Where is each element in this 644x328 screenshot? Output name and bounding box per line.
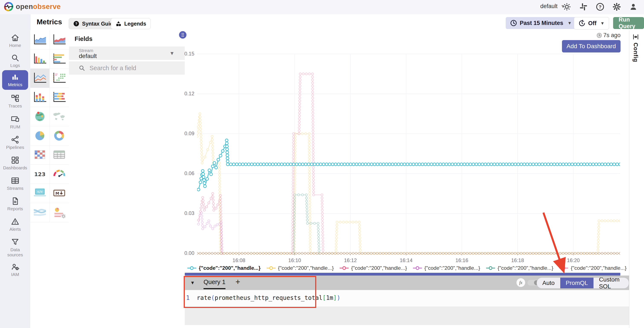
sidebar-item-alerts[interactable]: Alerts	[0, 217, 30, 232]
sidebar-item-label: Logs	[10, 63, 20, 68]
sidebar-item-rum[interactable]: RUM	[0, 115, 30, 129]
legend-item[interactable]: {"code":"200","handle...}	[266, 265, 334, 271]
top-bar-icons: ?	[562, 2, 638, 12]
sidebar-item-metrics[interactable]: Metrics	[2, 70, 28, 90]
legend-item[interactable]: {"code":"200","handle...}	[486, 265, 553, 271]
organization-selector[interactable]: default ▼	[540, 3, 565, 10]
function-toggle-group: fx	[516, 278, 539, 287]
query-mode-custom-sql[interactable]: Custom SQL	[594, 278, 629, 288]
chart-type-metric-text[interactable]: 123	[30, 165, 50, 184]
chart-type-html-chart[interactable]: </>	[30, 184, 50, 203]
legend-item[interactable]: {"code":"200","handle...}	[412, 265, 480, 271]
promql-query-text[interactable]: rate(prometheus_http_requests_total[1m])	[197, 294, 340, 301]
chart-type-donut[interactable]	[50, 126, 69, 145]
chart-type-pie[interactable]	[30, 126, 50, 145]
sidebar-item-home[interactable]: Home	[0, 33, 30, 48]
chart-type-heatmap[interactable]	[30, 145, 50, 165]
auto-refresh-selector[interactable]: Off ▼	[574, 17, 609, 30]
add-query-button[interactable]: +	[236, 277, 240, 286]
stream-select-label: Stream	[79, 48, 93, 53]
query-collapse-caret[interactable]: ▾	[191, 279, 194, 286]
config-sidebar: Config	[629, 30, 644, 328]
sidebar-item-label: Reports	[7, 206, 23, 211]
x-axis-label: 16:20	[562, 257, 585, 263]
chevron-down-icon: ▼	[600, 21, 604, 26]
query-tab[interactable]: Query 1	[204, 278, 226, 289]
metrics-line-chart[interactable]	[197, 51, 620, 256]
area-stacked-icon	[52, 33, 67, 47]
fields-panel-title: Fields	[74, 35, 92, 43]
chart-legend: {"code":"200","handle...}{"code":"200","…	[187, 264, 613, 272]
svg-text:?: ?	[598, 4, 602, 10]
chart-type-custom-chart[interactable]	[50, 203, 69, 222]
legend-marker-icon	[412, 266, 422, 270]
horizontal-scrollbar[interactable]	[185, 273, 620, 275]
sidebar-item-iam[interactable]: IAM	[0, 262, 30, 277]
chart-type-sankey[interactable]	[30, 203, 50, 222]
config-tab[interactable]: Config	[632, 34, 639, 62]
bottom-strip	[185, 307, 629, 325]
legend-item-label: {"code":"200","handle...}	[278, 265, 334, 271]
config-tab-label: Config	[632, 43, 639, 62]
query-editor[interactable]: 1 rate(prometheus_http_requests_total[1m…	[185, 290, 629, 307]
y-axis-label: 0.00	[175, 250, 194, 256]
legend-item[interactable]: {"code":"200","handle...}	[559, 265, 626, 271]
help-icon[interactable]: ?	[596, 2, 605, 12]
markdown-icon: M	[52, 187, 67, 200]
chart-type-stacked-bar[interactable]	[30, 88, 50, 107]
table-icon	[52, 148, 67, 162]
sidebar-item-pipelines[interactable]: Pipelines	[0, 135, 30, 150]
x-axis-label: 16:14	[394, 257, 418, 263]
sidebar-item-traces[interactable]: Traces	[0, 94, 30, 109]
logs-icon	[10, 53, 20, 63]
query-mode-segmented-control: AutoPromQLCustom SQL	[536, 277, 629, 288]
theme-light-icon[interactable]	[562, 2, 572, 12]
field-search-input[interactable]	[89, 64, 171, 72]
add-to-dashboard-button[interactable]: Add To Dashboard	[562, 40, 620, 53]
scatter-icon	[52, 72, 67, 85]
legend-marker-icon	[559, 266, 568, 270]
time-range-selector[interactable]: Past 15 Minutes ▼	[506, 17, 576, 29]
left-nav-sidebar: HomeLogsMetricsTracesRUMPipelinesDashboa…	[0, 14, 30, 328]
panel-drag-handle[interactable]	[179, 31, 186, 39]
legend-marker-icon	[266, 266, 276, 270]
chart-type-gauge[interactable]	[50, 165, 69, 184]
pie-icon	[32, 129, 48, 142]
settings-gear-icon[interactable]	[612, 2, 622, 12]
clock-small-icon	[596, 33, 602, 38]
query-mode-promql[interactable]: PromQL	[560, 278, 594, 288]
user-icon[interactable]	[629, 2, 638, 12]
drag-dots-icon	[181, 33, 184, 37]
sidebar-item-streams[interactable]: Streams	[0, 176, 30, 191]
chart-type-table[interactable]	[50, 145, 69, 165]
editor-line-number: 1	[186, 294, 190, 301]
chart-type-area[interactable]	[30, 30, 50, 50]
run-query-button[interactable]: Run Query	[613, 17, 644, 29]
chart-type-line[interactable]	[30, 69, 50, 88]
sidebar-item-logs[interactable]: Logs	[0, 53, 30, 68]
chart-type-markdown[interactable]: M	[50, 184, 69, 203]
chart-type-h-bar[interactable]	[50, 50, 69, 69]
legend-item[interactable]: {"code":"200","handle...}	[187, 265, 261, 271]
legend-marker-icon	[486, 266, 496, 270]
sidebar-item-dashboards[interactable]: Dashboards	[0, 155, 30, 170]
legend-item[interactable]: {"code":"200","handle...}	[339, 265, 407, 271]
sidebar-item-reports[interactable]: Reports	[0, 196, 30, 211]
chart-type-area-stacked[interactable]	[50, 30, 69, 50]
chart-type-h-stacked-bar[interactable]	[50, 88, 69, 107]
chart-type-scatter[interactable]	[50, 69, 69, 88]
sidebar-item-label: Pipelines	[6, 145, 24, 150]
y-axis-label: 0.12	[175, 91, 194, 97]
chart-type-worldmap[interactable]	[50, 107, 69, 126]
stream-select[interactable]: Stream default ▼	[69, 47, 185, 60]
sidebar-item-label: Dashboards	[3, 165, 27, 170]
sidebar-item-data-sources[interactable]: Data sources	[0, 237, 30, 257]
y-axis-label: 0.03	[175, 210, 194, 216]
x-axis-label: 16:10	[283, 257, 306, 263]
query-mode-auto[interactable]: Auto	[537, 278, 560, 288]
chart-type-geomap[interactable]	[30, 107, 50, 126]
gauge-icon	[52, 167, 67, 181]
chart-type-bar[interactable]	[30, 50, 50, 69]
legends-button[interactable]: Legends	[111, 18, 151, 29]
slack-icon[interactable]	[579, 2, 588, 12]
